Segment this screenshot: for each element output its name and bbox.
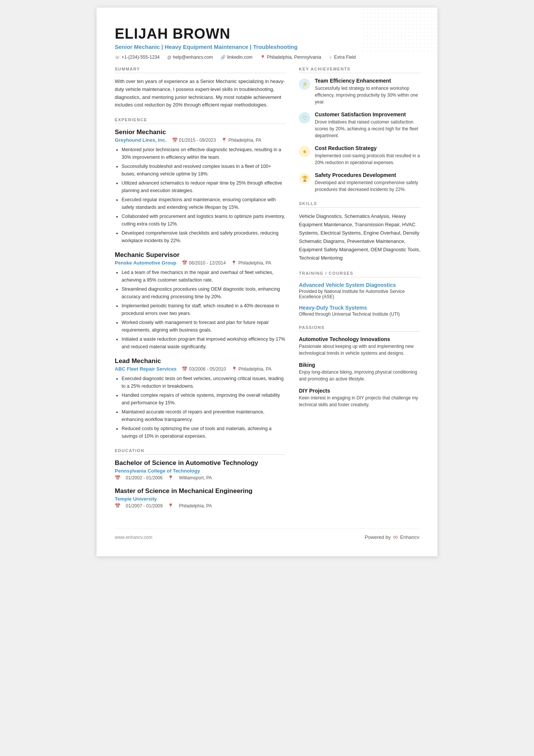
achievement-item-3: ★ Cost Reduction Strategy Implemented co… [299, 145, 421, 166]
edu-school-1: Pennsylvania College of Technology [115, 468, 285, 474]
passion-title-3: DIY Projects [299, 388, 421, 394]
job-title-3: Lead Mechanic [115, 357, 285, 365]
achievement-desc-2: Drove initiatives that raised customer s… [315, 119, 421, 139]
phone-icon: ☏ [115, 55, 120, 60]
powered-by-text: Powered by [365, 534, 391, 540]
achievement-icon-2: ♡ [299, 112, 310, 124]
bullets-3: Executed diagnostic tests on fleet vehic… [115, 375, 285, 440]
location-icon: 📍 [260, 55, 265, 60]
edu-calendar-icon-1: 📅 [115, 475, 120, 481]
achievement-item-4: 🏆 Safety Procedures Development Develope… [299, 172, 421, 193]
achievement-title-4: Safety Procedures Development [315, 172, 421, 178]
education-section: EDUCATION Bachelor of Science in Automot… [115, 448, 285, 509]
passion-desc-3: Keen interest in engaging in DIY project… [299, 394, 421, 408]
passions-section: PASSIONS Automotive Technology Innovatio… [299, 325, 421, 408]
passion-item-2: Biking Enjoy long-distance biking, impro… [299, 362, 421, 382]
achievement-desc-4: Developed and implemented comprehensive … [315, 179, 421, 193]
location-2: 📍 Philadelphia, PA [231, 260, 271, 266]
calendar-icon-1: 📅 [172, 138, 178, 143]
left-column: SUMMARY With over ten years of experienc… [115, 67, 285, 517]
location-3: 📍 Philadelphia, PA [231, 366, 272, 372]
candidate-title: Senior Mechanic | Heavy Equipment Mainte… [115, 44, 419, 50]
extra-icon: ☆ [329, 55, 333, 60]
linkedin-value: linkedin.com [227, 55, 253, 60]
linkedin-icon: 🔗 [220, 55, 226, 60]
training-item-1: Advanced Vehicle System Diagnostics Prov… [299, 282, 421, 299]
contact-email: @ help@enhancv.com [167, 55, 213, 60]
resume-page: ELIJAH BROWN Senior Mechanic | Heavy Equ… [97, 8, 437, 556]
calendar-icon-2: 📅 [182, 260, 187, 266]
summary-section-title: SUMMARY [115, 67, 285, 73]
passions-section-title: PASSIONS [299, 325, 421, 332]
bullet-1-5: Collaborated with procurement and logist… [122, 213, 285, 228]
brand-name: Enhancv [400, 534, 419, 540]
achievement-desc-3: Implemented cost-saving protocols that r… [315, 152, 421, 166]
job-meta-2: Penske Automotive Group 📅 06/2010 - 12/2… [115, 260, 285, 266]
edu-calendar-icon-2: 📅 [115, 503, 120, 509]
bullet-1-6: Developed comprehensive task checklists … [122, 229, 285, 244]
location-value: Philadelphia, Pennsylvania [267, 55, 321, 60]
achievements-section: KEY ACHIEVEMENTS ⚡ Team Efficiency Enhan… [299, 67, 421, 193]
bullet-2-2: Streamlined diagnostics procedures using… [122, 285, 285, 301]
achievement-content-3: Cost Reduction Strategy Implemented cost… [315, 145, 421, 166]
edu-dates-1: 01/2002 - 01/2006 [126, 475, 162, 481]
email-icon: @ [167, 55, 171, 59]
header: ELIJAH BROWN Senior Mechanic | Heavy Equ… [115, 26, 419, 60]
achievement-icon-4: 🏆 [299, 173, 310, 184]
achievement-title-3: Cost Reduction Strategy [315, 145, 421, 151]
achievement-icon-3: ★ [299, 146, 310, 157]
skills-section: SKILLS Vehicle Diagnostics, Schematics A… [299, 201, 421, 263]
bullet-2-1: Led a team of five mechanics in the repa… [122, 269, 285, 284]
contact-bar: ☏ +1-(234)-555-1234 @ help@enhancv.com 🔗… [115, 55, 419, 60]
bullet-1-3: Utilized advanced schematics to reduce r… [122, 179, 285, 194]
job-meta-1: Greyhound Lines, Inc. 📅 01/2015 - 09/202… [115, 137, 285, 143]
bullet-1-4: Executed regular inspections and mainten… [122, 196, 285, 211]
experience-section: EXPERIENCE Senior Mechanic Greyhound Lin… [115, 117, 285, 440]
email-value: help@enhancv.com [173, 55, 213, 60]
summary-section: SUMMARY With over ten years of experienc… [115, 67, 285, 109]
bullet-3-1: Executed diagnostic tests on fleet vehic… [122, 375, 285, 390]
training-section: TRAINING / COURSES Advanced Vehicle Syst… [299, 271, 421, 317]
pin-icon-2: 📍 [231, 260, 237, 266]
training-org-1: Provided by National Institute for Autom… [299, 289, 421, 299]
phone-value: +1-(234)-555-1234 [122, 55, 159, 60]
job-mechanic-supervisor: Mechanic Supervisor Penske Automotive Gr… [115, 251, 285, 351]
edu-school-2: Temple University [115, 496, 285, 502]
achievement-title-2: Customer Satisfaction Improvement [315, 111, 421, 117]
bullet-2-3: Implemented periodic training for staff,… [122, 302, 285, 317]
extra-value: Extra Field [334, 55, 356, 60]
edu-location-1: Williamsport, PA [179, 475, 212, 481]
experience-section-title: EXPERIENCE [115, 117, 285, 124]
bullet-3-3: Maintained accurate records of repairs a… [122, 408, 285, 423]
dates-2: 📅 06/2010 - 12/2014 [182, 260, 226, 266]
job-senior-mechanic: Senior Mechanic Greyhound Lines, Inc. 📅 … [115, 128, 285, 244]
achievement-item-2: ♡ Customer Satisfaction Improvement Drov… [299, 111, 421, 139]
contact-extra: ☆ Extra Field [329, 55, 356, 60]
achievement-content-2: Customer Satisfaction Improvement Drove … [315, 111, 421, 139]
bullet-1-2: Successfully troubleshot and resolved co… [122, 163, 285, 178]
achievement-desc-1: Successfully led strategy to enhance wor… [315, 85, 421, 105]
candidate-name: ELIJAH BROWN [115, 26, 419, 42]
summary-text: With over ten years of experience as a S… [115, 78, 285, 109]
training-item-2: Heavy-Duty Truck Systems Offered through… [299, 305, 421, 317]
passion-item-1: Automotive Technology Innovations Passio… [299, 336, 421, 357]
contact-linkedin: 🔗 linkedin.com [220, 55, 253, 60]
job-title-2: Mechanic Supervisor [115, 251, 285, 259]
company-1: Greyhound Lines, Inc. [115, 137, 167, 143]
edu-dates-2: 01/2007 - 01/2009 [126, 503, 162, 509]
achievements-section-title: KEY ACHIEVEMENTS [299, 67, 421, 73]
achievement-title-1: Team Efficiency Enhancement [315, 78, 421, 84]
training-title-1: Advanced Vehicle System Diagnostics [299, 282, 421, 288]
company-3: ABC Fleet Repair Services [115, 366, 176, 372]
bullets-2: Led a team of five mechanics in the repa… [115, 269, 285, 351]
achievement-icon-1: ⚡ [299, 78, 310, 90]
pin-icon-3: 📍 [231, 366, 237, 372]
footer: www.enhancv.com Powered by ∞ Enhancv [115, 528, 419, 541]
bullet-2-5: Initiated a waste reduction program that… [122, 335, 285, 351]
dates-1: 📅 01/2015 - 09/2023 [172, 138, 216, 143]
bullet-3-4: Reduced costs by optimizing the use of t… [122, 425, 285, 440]
passion-item-3: DIY Projects Keen interest in engaging i… [299, 388, 421, 408]
edu-location-2: Philadelphia, PA [179, 503, 212, 509]
edu-meta-1: 📅 01/2002 - 01/2006 📍 Williamsport, PA [115, 475, 285, 481]
edu-degree-2: Master of Science in Mechanical Engineer… [115, 487, 285, 495]
